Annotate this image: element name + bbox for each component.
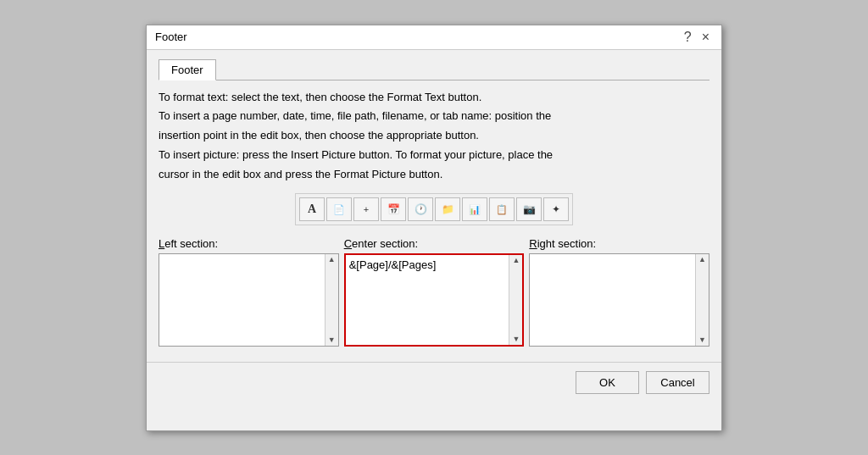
tab-bar: Footer xyxy=(159,58,709,80)
right-scrollbar: ▲ ▼ xyxy=(695,254,709,346)
footer-dialog: Footer ? × Footer To format text: select… xyxy=(146,25,722,431)
format-picture-icon: ✦ xyxy=(552,203,560,215)
center-label-underline: C xyxy=(344,237,352,250)
right-section-label: Right section: xyxy=(529,237,709,250)
date-icon: 📅 xyxy=(387,203,400,215)
help-button[interactable]: ? xyxy=(681,31,695,44)
left-scroll-down-icon[interactable]: ▼ xyxy=(328,336,336,344)
close-button[interactable]: × xyxy=(698,31,713,44)
center-section-label: Center section: xyxy=(344,237,525,250)
insert-filepath-button[interactable]: 📁 xyxy=(435,197,460,221)
picture-icon: 📷 xyxy=(523,203,536,215)
sheetname-icon: 📋 xyxy=(496,204,508,215)
toolbar: A 📄 + 📅 🕐 📁 📊 📋 📷 xyxy=(295,193,573,225)
cancel-button[interactable]: Cancel xyxy=(646,371,709,394)
format-picture-button[interactable]: ✦ xyxy=(543,197,569,221)
title-bar-buttons: ? × xyxy=(681,31,713,44)
center-scrollbar: ▲ ▼ xyxy=(509,255,522,345)
center-scroll-down-icon[interactable]: ▼ xyxy=(512,336,520,343)
time-icon: 🕐 xyxy=(415,203,427,215)
format-text-icon: A xyxy=(308,203,316,216)
left-section-col: Left section: ▲ ▼ xyxy=(159,237,339,347)
instruction-line3b: cursor in the edit box and press the For… xyxy=(159,166,709,184)
instruction-line1: To format text: select the text, then ch… xyxy=(159,89,709,107)
instruction-line2b: insertion point in the edit box, then ch… xyxy=(159,127,709,145)
right-scroll-down-icon[interactable]: ▼ xyxy=(698,336,706,344)
right-section-wrapper: ▲ ▼ xyxy=(529,253,709,347)
left-section-wrapper: ▲ ▼ xyxy=(159,253,339,347)
right-label-underline: R xyxy=(529,237,537,250)
instructions: To format text: select the text, then ch… xyxy=(159,89,709,184)
title-bar: Footer ? × xyxy=(147,25,721,50)
insert-date-button[interactable]: 📅 xyxy=(381,197,406,221)
insert-page-number-button[interactable]: 📄 xyxy=(326,197,352,221)
tab-footer[interactable]: Footer xyxy=(159,59,216,80)
right-section-col: Right section: ▲ ▼ xyxy=(529,237,709,347)
insert-picture-button[interactable]: 📷 xyxy=(516,197,542,221)
number-of-pages-icon: + xyxy=(364,204,369,214)
left-scrollbar: ▲ ▼ xyxy=(325,254,338,346)
format-text-button[interactable]: A xyxy=(299,197,325,221)
center-section-input[interactable]: &[Page]/&[Pages] xyxy=(346,255,509,345)
center-scroll-up-icon[interactable]: ▲ xyxy=(512,257,520,264)
filename-icon: 📊 xyxy=(469,204,481,215)
right-section-input[interactable] xyxy=(530,254,695,346)
insert-number-of-pages-button[interactable]: + xyxy=(353,197,379,221)
insert-sheetname-button[interactable]: 📋 xyxy=(489,197,515,221)
dialog-footer: OK Cancel xyxy=(147,362,721,402)
center-section-col: Center section: &[Page]/&[Pages] ▲ ▼ xyxy=(344,237,525,347)
ok-button[interactable]: OK xyxy=(576,371,639,394)
instruction-line3: To insert picture: press the Insert Pict… xyxy=(159,147,709,164)
instruction-line2: To insert a page number, date, time, fil… xyxy=(159,108,709,125)
page-number-icon: 📄 xyxy=(333,204,345,215)
sections-row: Left section: ▲ ▼ Center section: &[Pag xyxy=(159,237,709,347)
title-bar-left: Footer xyxy=(155,31,187,43)
dialog-title: Footer xyxy=(155,31,187,43)
left-section-label: Left section: xyxy=(159,237,339,250)
center-section-wrapper: &[Page]/&[Pages] ▲ ▼ xyxy=(344,253,525,347)
insert-time-button[interactable]: 🕐 xyxy=(408,197,433,221)
right-scroll-up-icon[interactable]: ▲ xyxy=(698,256,706,264)
folder-icon: 📁 xyxy=(442,203,454,215)
left-scroll-up-icon[interactable]: ▲ xyxy=(328,256,336,264)
insert-filename-button[interactable]: 📊 xyxy=(462,197,487,221)
dialog-body: Footer To format text: select the text, … xyxy=(147,50,721,356)
left-section-input[interactable] xyxy=(159,254,325,346)
